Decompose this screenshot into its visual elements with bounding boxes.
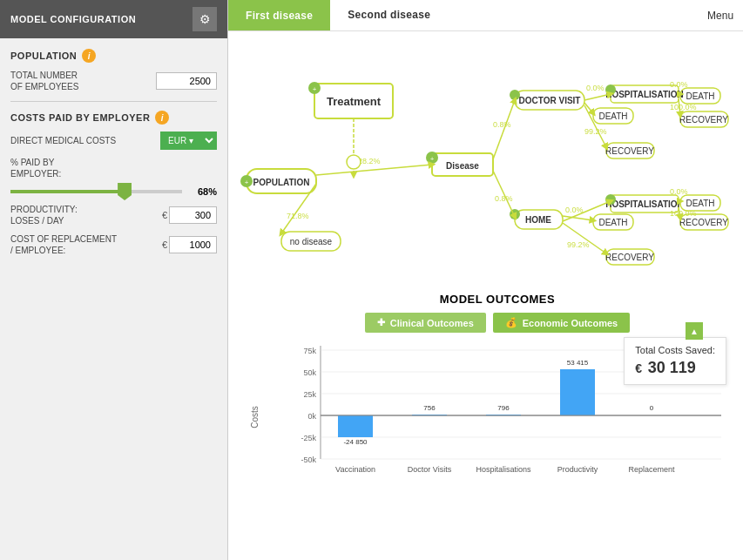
- population-info-icon[interactable]: i: [82, 49, 96, 63]
- slider-row: 68%: [10, 186, 217, 197]
- divider-1: [10, 101, 217, 102]
- panel-header: MODEL CONFIGURATION ⚙: [0, 0, 227, 38]
- hosp1-icon: [605, 84, 616, 95]
- menu-label: Menu: [707, 10, 733, 22]
- menu-button[interactable]: Menu ▼: [693, 0, 743, 30]
- bar-productivity-value: 53 415: [567, 359, 589, 367]
- currency-select[interactable]: EUR ▾ USD ▾: [160, 132, 217, 150]
- clinical-icon: ✚: [377, 317, 385, 328]
- replacement-input-group: €: [162, 236, 217, 253]
- chart-tooltip: ▲ Total Costs Saved: € 30 119: [624, 337, 726, 385]
- death1-node-text: DEATH: [598, 111, 627, 121]
- panel-body: POPULATION i TOTAL NUMBEROF EMPLOYEES CO…: [0, 38, 227, 560]
- total-employees-row: TOTAL NUMBEROF EMPLOYEES: [10, 70, 217, 92]
- replacement-row: COST OF REPLACEMENT/ EMPLOYEE: €: [10, 233, 217, 256]
- bar-hospitalisations-value: 796: [497, 404, 510, 412]
- tooltip-title: Total Costs Saved:: [635, 345, 715, 355]
- bar-replacement-label: Replacement: [628, 465, 675, 474]
- chart-area: Costs ▲ Total Costs Saved: € 30 119 75k …: [242, 341, 743, 492]
- economic-outcomes-btn[interactable]: 💰 Economic Outcomes: [493, 313, 630, 333]
- bar-hospitalisations-label: Hospitalisations: [476, 465, 531, 474]
- panel-title: MODEL CONFIGURATION: [10, 14, 136, 24]
- economic-icon: 💰: [505, 317, 517, 328]
- pct-718-text: 71.8%: [287, 212, 309, 220]
- bar-productivity-label: Productivity: [557, 465, 598, 474]
- svg-text:75k: 75k: [303, 347, 316, 355]
- recovery2-node-text: RECOVERY: [605, 146, 654, 156]
- svg-point-22: [347, 155, 361, 169]
- diagram-area: POPULATION + no disease Treatment + Dise…: [228, 31, 743, 284]
- replacement-euro-symbol: €: [162, 240, 167, 250]
- clinical-outcomes-btn[interactable]: ✚ Clinical Outcomes: [365, 313, 486, 333]
- death3-node-text: DEATH: [598, 218, 627, 227]
- svg-text:+: +: [245, 179, 249, 186]
- population-section-title: POPULATION i: [10, 49, 217, 63]
- replacement-input[interactable]: [169, 236, 217, 253]
- bar-doctor-visits-label: Doctor Visits: [408, 465, 452, 474]
- no-disease-node-text: no disease: [290, 237, 333, 246]
- death4-node-text: DEATH: [686, 199, 714, 208]
- pct-08-top-text: 0.8%: [493, 120, 511, 129]
- hosp1-node-text: HOSPITALISATION: [605, 90, 684, 99]
- pct-08-bottom-text: 0.8%: [495, 194, 513, 203]
- death2-node-text: DEATH: [686, 91, 714, 101]
- costs-section-title: COSTS PAID BY EMPLOYER i: [10, 111, 217, 125]
- right-panel: First disease Second disease Menu ▼ POPU…: [228, 0, 743, 560]
- bar-vaccination-value: -24 850: [343, 438, 368, 446]
- svg-text:50k: 50k: [303, 368, 316, 377]
- employer-pct-slider[interactable]: [10, 190, 182, 193]
- productivity-euro-symbol: €: [162, 210, 167, 220]
- bar-vaccination: [338, 415, 373, 437]
- outcomes-title: MODEL OUTCOMES: [242, 293, 743, 306]
- replacement-label: COST OF REPLACEMENT/ EMPLOYEE:: [10, 233, 162, 256]
- svg-line-19: [316, 165, 432, 175]
- flow-diagram: POPULATION + no disease Treatment + Dise…: [237, 40, 743, 275]
- direct-medical-row: DIRECT MEDICAL COSTS EUR ▾ USD ▾: [10, 132, 217, 150]
- home-node-text: HOME: [525, 215, 551, 225]
- treatment-node-text: Treatment: [327, 95, 382, 108]
- outcomes-buttons: ✚ Clinical Outcomes 💰 Economic Outcomes: [242, 313, 743, 333]
- recovery1-node-text: RECOVERY: [679, 115, 728, 125]
- bar-vaccination-label: Vaccination: [335, 465, 375, 474]
- svg-line-23: [493, 100, 515, 159]
- pct-28-text: 28.2%: [358, 157, 381, 165]
- left-panel: MODEL CONFIGURATION ⚙ POPULATION i TOTAL…: [0, 0, 228, 560]
- recovery4-node-text: RECOVERY: [605, 253, 654, 262]
- y-axis-label: Costs: [250, 406, 260, 428]
- pct-00-hosp2-text: 0.0%: [670, 187, 688, 196]
- slider-value-display: 68%: [189, 186, 217, 197]
- pct-992-top-text: 99.2%: [584, 127, 607, 136]
- pct-00-hosp-death-text: 0.0%: [670, 80, 688, 89]
- population-node-text: POPULATION: [253, 178, 310, 187]
- pct-00-home-text: 0.0%: [565, 206, 584, 214]
- costs-info-icon[interactable]: i: [155, 111, 169, 125]
- slider-section: % PAID BYEMPLOYER: 68%: [10, 157, 217, 197]
- svg-text:-50k: -50k: [301, 455, 316, 464]
- triangle-icon: ▲: [686, 322, 703, 340]
- doctor-visit-node-text: DOCTOR VISIT: [519, 96, 581, 105]
- bar-replacement-value: 0: [650, 404, 654, 412]
- svg-text:0k: 0k: [307, 412, 316, 421]
- pct-1000-hosp-rec-text: 100.0%: [670, 103, 697, 111]
- pct-employer-label-row: % PAID BYEMPLOYER:: [10, 157, 217, 179]
- svg-text:+: +: [313, 85, 317, 93]
- tab-first-disease[interactable]: First disease: [228, 0, 330, 30]
- hosp2-node-text: HOSPITALISATION: [605, 199, 684, 209]
- tooltip-amount: 30 119: [648, 359, 696, 376]
- productivity-input-group: €: [162, 206, 217, 224]
- slider-container: [10, 190, 182, 193]
- svg-text:-25k: -25k: [301, 434, 316, 442]
- tab-second-disease[interactable]: Second disease: [330, 0, 448, 30]
- bar-doctor-visits-value: 756: [423, 404, 436, 412]
- disease-node-text: Disease: [446, 161, 479, 171]
- tooltip-value: € 30 119: [635, 359, 715, 377]
- direct-medical-label: DIRECT MEDICAL COSTS: [10, 135, 160, 146]
- total-employees-input[interactable]: [156, 72, 217, 90]
- tooltip-euro-symbol: €: [635, 361, 642, 375]
- productivity-label: PRODUCTIVITY:LOSES / DAY: [10, 204, 162, 226]
- top-nav: First disease Second disease Menu ▼: [228, 0, 743, 31]
- svg-text:25k: 25k: [303, 390, 316, 399]
- gear-button[interactable]: ⚙: [193, 7, 217, 31]
- pct-992-bottom-text: 99.2%: [567, 240, 590, 249]
- productivity-input[interactable]: [169, 206, 217, 224]
